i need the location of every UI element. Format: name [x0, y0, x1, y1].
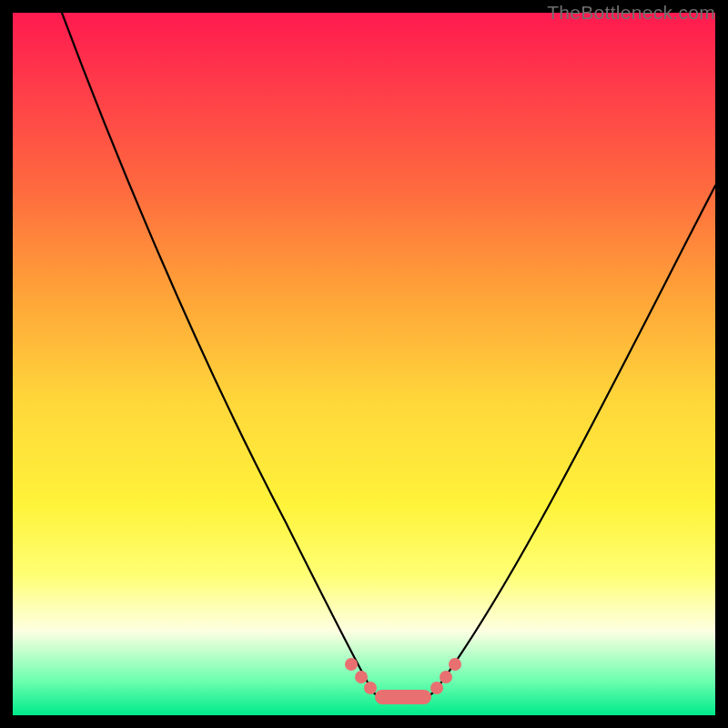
marker-dot-left-3: [364, 682, 377, 694]
marker-dot-left-2: [355, 671, 368, 683]
chart-plot-area: [13, 13, 715, 715]
marker-dot-right-1: [430, 682, 443, 694]
bottleneck-curve: [62, 13, 715, 698]
marker-dot-right-3: [449, 658, 461, 671]
bottom-flat-marker: [375, 690, 431, 704]
marker-dot-left-1: [345, 658, 358, 671]
marker-dot-right-2: [440, 671, 452, 683]
curve-layer: [13, 13, 715, 715]
watermark-text: TheBottleneck.com: [547, 2, 715, 24]
